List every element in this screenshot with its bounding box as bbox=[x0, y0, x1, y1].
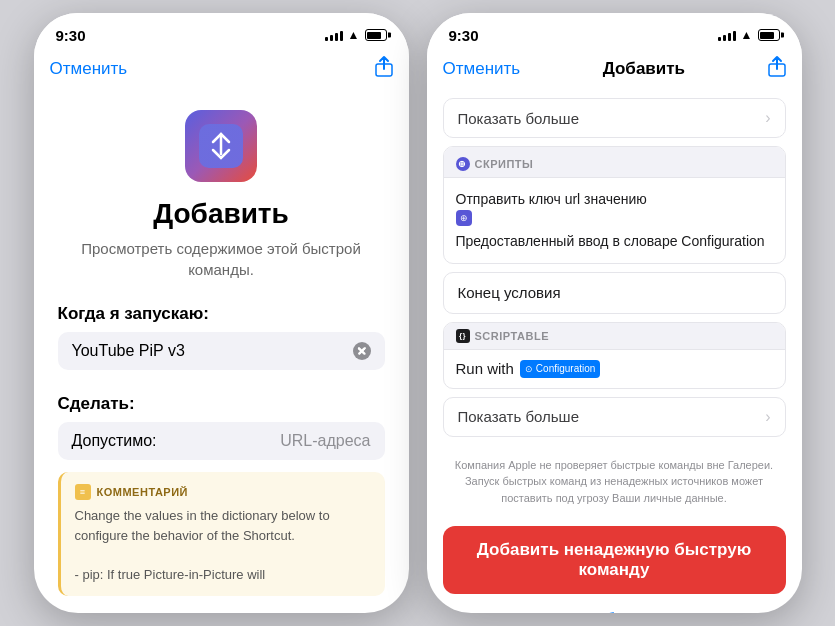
show-more-text-2: Показать больше bbox=[458, 408, 579, 425]
script-content: Отправить ключ url значению ⊕ Предоставл… bbox=[444, 178, 785, 263]
clear-input-button[interactable] bbox=[353, 342, 371, 360]
scriptable-tag: {} SCRIPTABLE bbox=[444, 323, 785, 350]
script-line-1: Отправить ключ url значению bbox=[456, 188, 773, 210]
cancel-button-right[interactable]: Отменить bbox=[443, 59, 521, 79]
cancel-button-left[interactable]: Отменить bbox=[50, 59, 128, 79]
allowed-row: Допустимо: URL-адреса bbox=[58, 422, 385, 460]
shortcut-name-input[interactable]: YouTube PiP v3 bbox=[58, 332, 385, 370]
wifi-icon-left: ▲ bbox=[348, 28, 360, 42]
nav-bar-right: Отменить Добавить bbox=[427, 51, 802, 90]
provided-input-icon: ⊕ bbox=[456, 210, 472, 226]
dont-add-button[interactable]: Не добавлять bbox=[443, 602, 786, 613]
condition-end-row: Конец условия bbox=[443, 272, 786, 314]
comment-label: КОММЕНТАРИЙ bbox=[97, 486, 189, 498]
warning-box: Компания Apple не проверяет быстрые кома… bbox=[451, 449, 778, 515]
dont-add-text: Не добавлять bbox=[559, 610, 668, 613]
battery-fill-left bbox=[367, 32, 381, 39]
config-badge-icon: ⊙ bbox=[525, 364, 533, 374]
status-bar-right: 9:30 ▲ bbox=[427, 13, 802, 51]
signal-bar-r1 bbox=[718, 37, 721, 41]
signal-bars-left bbox=[325, 29, 343, 41]
add-untrusted-shortcut-button[interactable]: Добавить ненадежную быструю команду bbox=[443, 526, 786, 594]
battery-icon-right bbox=[758, 29, 780, 41]
right-phone: 9:30 ▲ Отменить Добавить bbox=[427, 13, 802, 613]
signal-bar-r2 bbox=[723, 35, 726, 41]
status-time-right: 9:30 bbox=[449, 27, 479, 44]
chevron-right-icon-1: › bbox=[765, 109, 770, 127]
status-icons-left: ▲ bbox=[325, 28, 387, 42]
make-label: Сделать: bbox=[58, 394, 385, 414]
share-button-left[interactable] bbox=[375, 55, 393, 82]
wifi-icon-right: ▲ bbox=[741, 28, 753, 42]
script-line-2: ⊕ Предоставленный ввод в словаре Configu… bbox=[456, 210, 773, 252]
dictionary-section: СЛОВАРЬ bbox=[58, 608, 385, 613]
nav-bar-left: Отменить bbox=[34, 51, 409, 90]
dictionary-row: СЛОВАРЬ bbox=[58, 608, 385, 613]
signal-bar-2 bbox=[330, 35, 333, 41]
comment-content: Change the values in the dictionary belo… bbox=[75, 506, 371, 584]
warning-text: Компания Apple не проверяет быстрые кома… bbox=[451, 457, 778, 507]
page-subtitle-left: Просмотреть содержимое этой быстрой кома… bbox=[58, 238, 385, 280]
status-icons-right: ▲ bbox=[718, 28, 780, 42]
status-time-left: 9:30 bbox=[56, 27, 86, 44]
add-btn-text: Добавить ненадежную быструю команду bbox=[477, 540, 751, 579]
scriptable-dot-icon: {} bbox=[456, 329, 470, 343]
allowed-value-text: URL-адреса bbox=[280, 432, 370, 450]
allowed-label-text: Допустимо: bbox=[72, 432, 157, 450]
scrollable-content: Показать больше › ⊕ СКРИПТЫ Отправить кл… bbox=[427, 98, 802, 613]
status-bar-left: 9:30 ▲ bbox=[34, 13, 409, 51]
nav-title-right: Добавить bbox=[603, 59, 685, 79]
battery-icon-left bbox=[365, 29, 387, 41]
signal-bar-r3 bbox=[728, 33, 731, 41]
shortcut-name-text: YouTube PiP v3 bbox=[72, 342, 185, 360]
show-more-text-1: Показать больше bbox=[458, 110, 579, 127]
left-screen-content: Добавить Просмотреть содержимое этой быс… bbox=[34, 90, 409, 613]
page-title-left: Добавить bbox=[153, 198, 289, 230]
battery-fill-right bbox=[760, 32, 774, 39]
comment-icon: ≡ bbox=[75, 484, 91, 500]
share-button-right[interactable] bbox=[768, 55, 786, 82]
signal-bar-4 bbox=[340, 31, 343, 41]
comment-box: ≡ КОММЕНТАРИЙ Change the values in the d… bbox=[58, 472, 385, 596]
right-scroll-area[interactable]: Показать больше › ⊕ СКРИПТЫ Отправить кл… bbox=[427, 90, 802, 613]
left-phone: 9:30 ▲ Отменить bbox=[34, 13, 409, 613]
configuration-badge: ⊙ Configuration bbox=[520, 360, 600, 378]
scripts-dot-icon: ⊕ bbox=[456, 157, 470, 171]
scriptable-content: Run with ⊙ Configuration bbox=[444, 350, 785, 388]
signal-bar-r4 bbox=[733, 31, 736, 41]
comment-header: ≡ КОММЕНТАРИЙ bbox=[75, 484, 371, 500]
run-line: Run with ⊙ Configuration bbox=[456, 360, 773, 378]
scriptable-tag-label: {} SCRIPTABLE bbox=[456, 329, 773, 343]
show-more-button-2[interactable]: Показать больше › bbox=[443, 397, 786, 437]
left-main-content: Добавить Просмотреть содержимое этой быс… bbox=[34, 90, 409, 613]
scripts-tag: ⊕ СКРИПТЫ bbox=[444, 147, 785, 178]
signal-bars-right bbox=[718, 29, 736, 41]
signal-bar-1 bbox=[325, 37, 328, 41]
show-more-button-1[interactable]: Показать больше › bbox=[443, 98, 786, 138]
scriptable-section: {} SCRIPTABLE Run with ⊙ Configuration bbox=[443, 322, 786, 389]
chevron-right-icon-2: › bbox=[765, 408, 770, 426]
condition-end-text: Конец условия bbox=[458, 284, 561, 301]
shortcuts-app-icon bbox=[185, 110, 257, 182]
when-launch-label: Когда я запускаю: bbox=[58, 304, 385, 324]
signal-bar-3 bbox=[335, 33, 338, 41]
scripts-tag-label: ⊕ СКРИПТЫ bbox=[456, 157, 534, 171]
scripts-section: ⊕ СКРИПТЫ Отправить ключ url значению ⊕ … bbox=[443, 146, 786, 264]
